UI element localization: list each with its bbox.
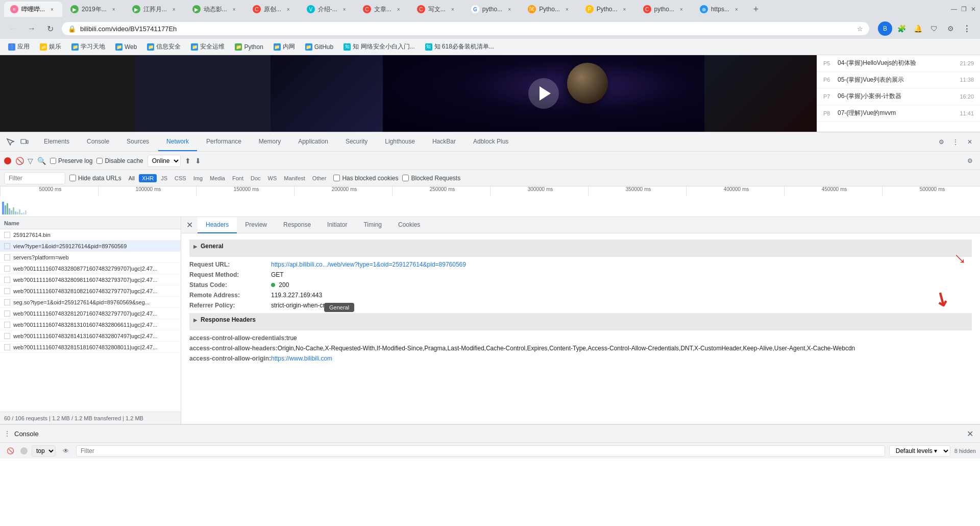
filter-other-btn[interactable]: Other [309,174,330,182]
tab-xiewen[interactable]: C 写文... × [411,2,463,17]
play-button[interactable] [528,78,559,109]
tab-jiangqiaoyue-close[interactable]: × [170,5,178,13]
preserve-log-input[interactable] [50,158,56,164]
filter-ws-btn[interactable]: WS [265,174,280,182]
record-button[interactable] [4,157,11,164]
file-checkbox-9[interactable] [4,322,10,328]
file-item-4[interactable]: web?001111160748328087716074832799707|ug… [0,263,181,274]
tab-https[interactable]: ⊕ https... × [694,2,747,17]
filter-xhr-btn[interactable]: XHR [139,174,157,182]
filter-media-btn[interactable]: Media [207,174,228,182]
general-section-header[interactable]: ▶ General [189,240,972,257]
file-item-10[interactable]: web?001111160748328141316074832807497|ug… [0,330,181,342]
bookmark-yule[interactable]: 📁 娱乐 [36,41,65,53]
network-throttle-select[interactable]: Online [148,155,181,167]
tab-bilibili[interactable]: B 哔哩哔... × [4,2,62,17]
new-tab-button[interactable]: + [749,2,763,16]
tab-xiewen-close[interactable]: × [449,5,457,13]
tab-jieshao-close[interactable]: × [340,5,349,13]
bookmark-python[interactable]: 📁 Python [231,41,267,53]
tab-pytho4[interactable]: C pytho... × [637,2,692,17]
console-levels-select[interactable]: Default levels ▾ [889,445,950,457]
tab-adblock[interactable]: Adblock Plus [465,133,517,151]
back-button[interactable]: ← [6,21,20,36]
tab-dongtai-close[interactable]: × [230,5,238,13]
tab-https-close[interactable]: × [732,5,741,13]
bookmark-wlaqxb[interactable]: 知 知 网络安全小白入门... [339,41,419,53]
reload-button[interactable]: ↻ [43,21,57,36]
close-button[interactable]: ✕ [971,6,976,13]
tab-2019[interactable]: ▶ 2019年... × [64,2,124,17]
upload-icon[interactable]: ⬆ [185,157,191,165]
filter-doc-btn[interactable]: Doc [248,174,264,182]
settings-icon-right[interactable]: ⚙ [964,155,976,167]
devtools-settings-icon[interactable]: ⚙ [935,136,947,148]
filter-img-btn[interactable]: Img [190,174,206,182]
devtools-select-element-icon[interactable] [4,136,16,148]
file-checkbox-6[interactable] [4,288,10,294]
tab-application[interactable]: Application [290,133,336,151]
file-item-5[interactable]: web?001111160748328098116074832793707|ug… [0,274,181,285]
filter-font-btn[interactable]: Font [229,174,247,182]
blocked-requests-checkbox[interactable]: Blocked Requests [402,175,460,182]
file-checkbox-1[interactable] [4,232,10,238]
response-headers-toggle[interactable]: ▶ Response Headers [193,314,968,325]
tab-lighthouse[interactable]: Lighthouse [377,133,423,151]
tab-sources[interactable]: Sources [118,133,157,151]
bookmark-neiwang[interactable]: 📁 内网 [270,41,299,53]
bookmark-apps[interactable]: ⋮ 应用 [4,41,34,53]
playlist-item-p5[interactable]: P5 04-(掌握)HelloVuejs的初体验 21:29 [817,55,980,72]
blocked-requests-input[interactable] [402,175,409,181]
minimize-button[interactable]: — [951,6,957,13]
tab-wenzhang[interactable]: C 文章... × [357,2,409,17]
file-checkbox-10[interactable] [4,333,10,339]
console-tab-label[interactable]: Console [14,430,39,438]
search-button[interactable]: 🔍 [37,157,46,165]
disable-cache-checkbox[interactable]: Disable cache [96,157,143,164]
tab-pytho2-close[interactable]: × [563,5,571,13]
file-checkbox-11[interactable] [4,344,10,350]
devtools-device-toggle-icon[interactable] [18,136,31,148]
bookmark-618[interactable]: 知 知 618必备装机清单... [421,41,498,53]
bookmark-xuexitd[interactable]: 📁 学习天地 [67,41,109,53]
extension-icon-4[interactable]: ⚙ [943,21,958,36]
extension-icon-2[interactable]: 🔔 [911,21,925,36]
maximize-button[interactable]: ❐ [961,6,967,13]
extension-icon-1[interactable]: 🧩 [894,21,909,36]
file-checkbox-3[interactable] [4,254,10,260]
tab-2019-close[interactable]: × [110,5,118,13]
console-drag-icon[interactable]: ⋮ [4,430,10,437]
file-item-7[interactable]: seg.so?type=1&oid=259127614&pid=89760569… [0,297,181,308]
bookmark-xxaq[interactable]: 📁 信息安全 [143,41,185,53]
has-blocked-input[interactable] [333,175,340,181]
bookmark-aqyw[interactable]: 📁 安全运维 [187,41,229,53]
tab-wenzhang-close[interactable]: × [395,5,403,13]
detail-tab-preview[interactable]: Preview [237,217,275,233]
tab-dongtai[interactable]: ▶ 动态影... × [186,2,244,17]
has-blocked-cookies-checkbox[interactable]: Has blocked cookies [333,175,398,182]
response-headers-section-header[interactable]: ▶ Response Headers [189,313,972,330]
file-item-9[interactable]: web?001111160748328131016074832806611|ug… [0,319,181,330]
console-close-button[interactable]: ✕ [964,427,976,440]
file-checkbox-2[interactable] [4,243,10,249]
file-checkbox-4[interactable] [4,266,10,272]
playlist-item-p8[interactable]: P8 07-(理解)Vue的mvvm 11:41 [817,105,980,122]
tab-pytho1-close[interactable]: × [505,5,513,13]
forward-button[interactable]: → [24,21,39,36]
detail-tab-initiator[interactable]: Initiator [319,217,355,233]
menu-icon[interactable]: ⋮ [960,21,974,36]
filter-icon[interactable]: ▽ [28,157,33,165]
file-item-1[interactable]: 259127614.bin [0,229,181,241]
console-clear-icon[interactable]: 🚫 [4,445,16,457]
file-item-2[interactable]: view?type=1&oid=259127614&pid=89760569 ↑ [0,241,181,252]
tab-pytho1[interactable]: G pytho... × [465,2,520,17]
detail-close-button[interactable]: ✕ [181,217,198,233]
bookmark-icon[interactable]: ☆ [857,25,863,33]
filter-input[interactable] [4,172,65,184]
bookmark-github[interactable]: 📁 GitHub [301,41,337,53]
detail-tab-timing[interactable]: Timing [355,217,390,233]
tab-pytho4-close[interactable]: × [677,5,685,13]
tab-yuanchuang-close[interactable]: × [284,5,292,13]
tab-pytho3-close[interactable]: × [621,5,629,13]
hide-data-urls-checkbox[interactable]: Hide data URLs [69,175,121,182]
